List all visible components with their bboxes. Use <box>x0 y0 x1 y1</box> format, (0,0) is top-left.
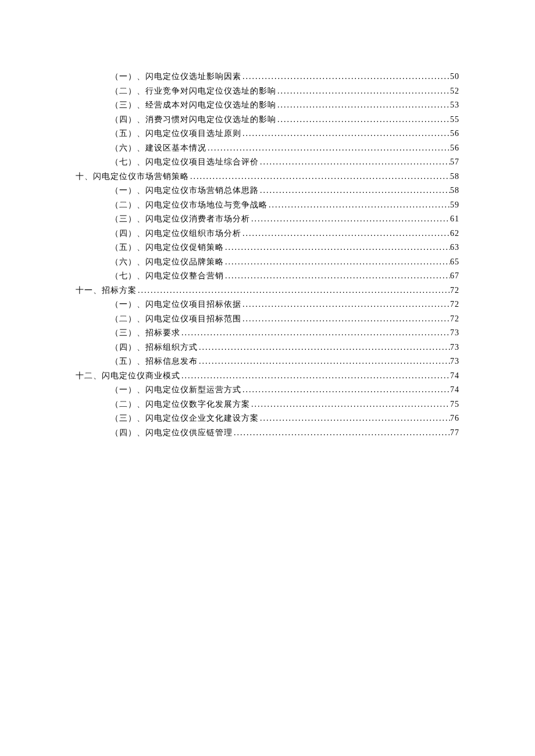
toc-entry: （一）、闪电定位仪选址影响因素50 <box>76 70 459 84</box>
toc-entry-page: 56 <box>450 127 459 141</box>
toc-entry: （三）、闪电定位仪企业文化建设方案76 <box>76 411 459 426</box>
toc-leader-dots <box>241 312 450 327</box>
toc-leader-dots <box>276 98 450 113</box>
toc-entry-label: （三）、闪电定位仪企业文化建设方案 <box>110 411 259 426</box>
toc-entry: 十二、闪电定位仪商业模式74 <box>76 369 459 384</box>
toc-entry-page: 56 <box>450 141 459 156</box>
toc-entry-label: （一）、闪电定位仪选址影响因素 <box>110 70 241 84</box>
toc-leader-dots <box>180 326 450 341</box>
toc-entry-label: 十二、闪电定位仪商业模式 <box>76 369 180 384</box>
toc-entry-label: （三）、闪电定位仪消费者市场分析 <box>110 212 250 227</box>
toc-entry-label: （二）、行业竞争对闪电定位仪选址的影响 <box>110 84 276 99</box>
toc-leader-dots <box>224 269 450 284</box>
toc-entry-label: （一）、闪电定位仪项目招标依据 <box>110 298 241 312</box>
toc-entry-label: （二）、闪电定位仪市场地位与竞争战略 <box>110 198 268 213</box>
toc-leader-dots <box>268 198 450 213</box>
toc-entry: （四）、招标组织方式73 <box>76 341 459 355</box>
toc-leader-dots <box>241 298 450 312</box>
toc-leader-dots <box>259 184 450 198</box>
toc-entry: （四）、闪电定位仪组织市场分析62 <box>76 227 459 241</box>
toc-entry: （七）、闪电定位仪整合营销67 <box>76 269 459 284</box>
toc-entry-page: 74 <box>450 383 459 397</box>
toc-entry-page: 72 <box>450 298 459 312</box>
toc-entry-page: 72 <box>450 284 459 298</box>
toc-entry: （六）、建设区基本情况56 <box>76 141 459 156</box>
table-of-contents: （一）、闪电定位仪选址影响因素50（二）、行业竞争对闪电定位仪选址的影响52（三… <box>76 70 459 440</box>
toc-entry-page: 65 <box>450 255 459 270</box>
toc-entry-label: （三）、经营成本对闪电定位仪选址的影响 <box>110 98 276 113</box>
toc-leader-dots <box>233 426 450 440</box>
toc-leader-dots <box>241 70 450 84</box>
toc-entry-label: （一）、闪电定位仪新型运营方式 <box>110 383 241 397</box>
toc-entry-page: 58 <box>450 170 459 184</box>
toc-leader-dots <box>250 212 450 227</box>
toc-entry: （三）、招标要求73 <box>76 326 459 341</box>
toc-leader-dots <box>241 227 450 241</box>
toc-entry: （四）、闪电定位仪供应链管理77 <box>76 426 459 440</box>
toc-entry-page: 55 <box>450 113 459 127</box>
toc-entry-label: （二）、闪电定位仪项目招标范围 <box>110 312 241 327</box>
toc-entry-page: 76 <box>450 411 459 426</box>
toc-leader-dots <box>137 284 450 298</box>
toc-leader-dots <box>206 141 450 156</box>
toc-leader-dots <box>250 397 450 412</box>
toc-leader-dots <box>259 155 450 170</box>
toc-entry: （二）、闪电定位仪项目招标范围72 <box>76 312 459 327</box>
toc-entry-label: （六）、建设区基本情况 <box>110 141 206 156</box>
toc-entry-label: 十、闪电定位仪市场营销策略 <box>76 170 189 184</box>
toc-leader-dots <box>241 383 450 397</box>
toc-entry: （二）、行业竞争对闪电定位仪选址的影响52 <box>76 84 459 99</box>
toc-entry-page: 61 <box>450 212 459 227</box>
toc-leader-dots <box>189 170 450 184</box>
toc-entry: （五）、招标信息发布73 <box>76 354 459 369</box>
toc-entry: （二）、闪电定位仪市场地位与竞争战略59 <box>76 198 459 213</box>
toc-leader-dots <box>259 411 450 426</box>
toc-entry: （五）、闪电定位仪项目选址原则56 <box>76 127 459 141</box>
toc-entry-label: （五）、闪电定位仪项目选址原则 <box>110 127 241 141</box>
toc-entry-label: （三）、招标要求 <box>110 326 180 341</box>
toc-entry: （二）、闪电定位仪数字化发展方案75 <box>76 397 459 412</box>
toc-entry: 十、闪电定位仪市场营销策略58 <box>76 170 459 184</box>
toc-entry-page: 77 <box>450 426 459 440</box>
toc-entry: （一）、闪电定位仪项目招标依据72 <box>76 298 459 312</box>
toc-entry-page: 57 <box>450 155 459 170</box>
toc-leader-dots <box>241 127 450 141</box>
toc-entry-page: 67 <box>450 269 459 284</box>
toc-entry: （七）、闪电定位仪项目选址综合评价57 <box>76 155 459 170</box>
toc-leader-dots <box>180 369 450 384</box>
toc-entry: 十一、招标方案72 <box>76 284 459 298</box>
toc-entry: （三）、经营成本对闪电定位仪选址的影响53 <box>76 98 459 113</box>
toc-entry: （三）、闪电定位仪消费者市场分析61 <box>76 212 459 227</box>
toc-entry-page: 75 <box>450 397 459 412</box>
toc-entry-label: （四）、消费习惯对闪电定位仪选址的影响 <box>110 113 276 127</box>
toc-entry-page: 62 <box>450 227 459 241</box>
toc-entry-page: 73 <box>450 341 459 355</box>
toc-leader-dots <box>276 113 450 127</box>
toc-entry-label: （二）、闪电定位仪数字化发展方案 <box>110 397 250 412</box>
toc-entry: （六）、闪电定位仪品牌策略65 <box>76 255 459 270</box>
toc-entry-label: 十一、招标方案 <box>76 284 137 298</box>
toc-entry-page: 58 <box>450 184 459 198</box>
toc-entry-page: 73 <box>450 326 459 341</box>
toc-entry-page: 59 <box>450 198 459 213</box>
toc-entry: （一）、闪电定位仪市场营销总体思路58 <box>76 184 459 198</box>
toc-entry-page: 63 <box>450 241 459 255</box>
toc-entry-label: （五）、招标信息发布 <box>110 354 198 369</box>
toc-entry-label: （四）、招标组织方式 <box>110 341 198 355</box>
toc-entry-page: 72 <box>450 312 459 327</box>
toc-entry: （四）、消费习惯对闪电定位仪选址的影响55 <box>76 113 459 127</box>
toc-entry: （一）、闪电定位仪新型运营方式74 <box>76 383 459 397</box>
toc-leader-dots <box>198 341 450 355</box>
toc-leader-dots <box>224 241 450 255</box>
toc-leader-dots <box>224 255 450 270</box>
toc-leader-dots <box>276 84 450 99</box>
toc-entry-label: （七）、闪电定位仪项目选址综合评价 <box>110 155 259 170</box>
toc-entry-page: 74 <box>450 369 459 384</box>
toc-entry-page: 52 <box>450 84 459 99</box>
toc-entry-label: （四）、闪电定位仪供应链管理 <box>110 426 233 440</box>
toc-entry-label: （一）、闪电定位仪市场营销总体思路 <box>110 184 259 198</box>
toc-entry: （五）、闪电定位仪促销策略63 <box>76 241 459 255</box>
toc-entry-label: （六）、闪电定位仪品牌策略 <box>110 255 224 270</box>
toc-entry-page: 73 <box>450 354 459 369</box>
toc-entry-page: 53 <box>450 98 459 113</box>
